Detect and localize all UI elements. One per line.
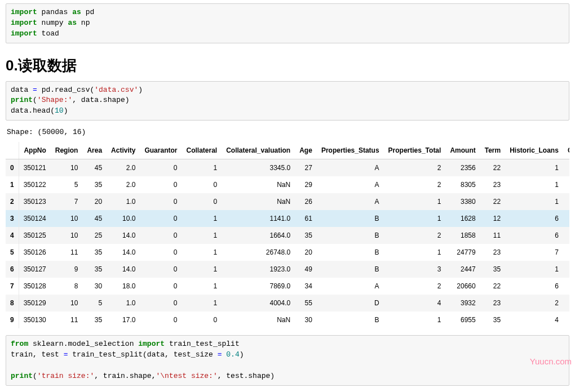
fn-print: print (11, 96, 33, 104)
cell-value: A (317, 193, 384, 210)
table-row[interactable]: 3350124104510.0011141.061B11628126 (6, 210, 569, 227)
cell-value: 49 (295, 261, 317, 278)
cell-value: 2.0 (107, 176, 140, 193)
cell-value: NaN (222, 311, 295, 328)
str-test-size: '\ntest size:' (156, 372, 217, 380)
dataframe-scroll[interactable]: AppNoRegionAreaActivityGuarantorCollater… (6, 142, 569, 328)
cell-value: 350127 (19, 261, 51, 278)
cell-value: 7869.0 (222, 278, 295, 295)
cell-value: 0 (140, 193, 182, 210)
code-cell-read: data = pd.read_csv('data.csv') print('Sh… (6, 81, 569, 121)
col-header: Activity (107, 142, 140, 159)
cell-value: 0 (182, 311, 222, 328)
cell-value: 1858 (445, 227, 480, 244)
str-train-size: 'train size:' (37, 372, 94, 380)
cell-value: 350122 (19, 176, 51, 193)
paren-close: ) (138, 86, 143, 94)
cell-value: 0 (140, 278, 182, 295)
cell-value: 0 (140, 295, 182, 311)
cell-value: 350130 (19, 311, 51, 328)
cell-value (563, 295, 569, 311)
cell-value: 14.0 (107, 244, 140, 261)
section-heading: 0.读取数据 (6, 56, 569, 75)
cell-value: 22 (480, 278, 505, 295)
cell-value: 6 (505, 210, 563, 227)
cell-value: 11 (51, 244, 83, 261)
cell-value: 350128 (19, 278, 51, 295)
cell-value: 1 (182, 244, 222, 261)
cell-value: A (317, 176, 384, 193)
cell-value: 8305 (445, 176, 480, 193)
table-row[interactable]: 9350130113517.000NaN30B16955354 (6, 311, 569, 328)
call-head: data.head( (11, 106, 55, 115)
table-row[interactable]: 5350126113514.00126748.020B124779237 (6, 244, 569, 261)
cell-value: 1 (505, 261, 563, 278)
cell-value: 3345.0 (222, 159, 295, 177)
cell-value: 10 (51, 210, 83, 227)
cell-value: 35 (480, 261, 505, 278)
module-sklearn: sklearn.model_selection (28, 340, 138, 348)
cell-value: 23 (480, 244, 505, 261)
cell-value: 350129 (19, 295, 51, 311)
cell-value: 23 (480, 295, 505, 311)
cell-value: 14.0 (107, 261, 140, 278)
cell-value: NaN (222, 176, 295, 193)
cell-value (563, 278, 569, 295)
cell-value: 35 (295, 227, 317, 244)
table-row[interactable]: 735012883018.0017869.034A220660226 (6, 278, 569, 295)
table-row[interactable]: 23501237201.000NaN26A13380221 (6, 193, 569, 210)
cell-value: 10.0 (107, 210, 140, 227)
cell-value: 1141.0 (222, 210, 295, 227)
fn-print: print (11, 372, 33, 380)
cell-value: 8 (51, 278, 83, 295)
cell-value: 6 (505, 227, 563, 244)
kw-import: import (138, 340, 165, 348)
cell-value: 3932 (445, 295, 480, 311)
alias-pd: pd (81, 8, 94, 16)
row-index: 0 (6, 159, 19, 177)
str-shape: 'Shape:' (37, 96, 72, 104)
arg-train: , train.shape, (94, 372, 156, 380)
cell-value: 6 (505, 278, 563, 295)
cell-value: 3 (384, 261, 446, 278)
table-row[interactable]: 035012110452.0013345.027A22356221 (6, 159, 569, 177)
table-row[interactable]: 635012793514.0011923.049B32447351 (6, 261, 569, 278)
code-cell-split: from sklearn.model_selection import trai… (6, 335, 569, 385)
cell-value: 35 (82, 176, 107, 193)
cell-value: 2 (505, 295, 563, 311)
var-data: data (11, 86, 33, 94)
row-index: 8 (6, 295, 19, 311)
col-header: Region (51, 142, 83, 159)
table-row[interactable]: 13501225352.000NaN29A28305231 (6, 176, 569, 193)
row-index: 5 (6, 244, 19, 261)
cell-value: 10 (51, 295, 83, 311)
dataframe-table: AppNoRegionAreaActivityGuarantorCollater… (6, 142, 569, 328)
cell-value: 45 (82, 210, 107, 227)
cell-value: 0 (140, 176, 182, 193)
cell-value (563, 227, 569, 244)
table-row[interactable]: 83501291051.0014004.055D43932232 (6, 295, 569, 311)
output-shape: Shape: (50000, 16) (6, 124, 569, 140)
cell-value: 0 (140, 244, 182, 261)
paren-open: ( (33, 96, 37, 104)
row-index: 3 (6, 210, 19, 227)
cell-value: 11 (51, 311, 83, 328)
cell-value: 29 (295, 176, 317, 193)
cell-value: 1 (182, 210, 222, 227)
kw-import: import (11, 29, 37, 38)
cell-value: 9 (51, 261, 83, 278)
cell-value: 35 (82, 244, 107, 261)
cell-value: 30 (295, 311, 317, 328)
call-tts: train_test_split(data, test_size (68, 350, 217, 359)
cell-value: 1 (505, 176, 563, 193)
cell-value: 0 (182, 176, 222, 193)
table-row[interactable]: 4350125102514.0011664.035B21858116 (6, 227, 569, 244)
cell-value (563, 311, 569, 328)
cell-value: A (317, 278, 384, 295)
kw-import: import (11, 8, 37, 16)
cell-value: 5 (82, 295, 107, 311)
cell-value: 27 (295, 159, 317, 177)
fn-tts: train_test_split (165, 340, 240, 348)
col-header: Historic_Loans (505, 142, 563, 159)
op-assign: = (218, 350, 222, 359)
